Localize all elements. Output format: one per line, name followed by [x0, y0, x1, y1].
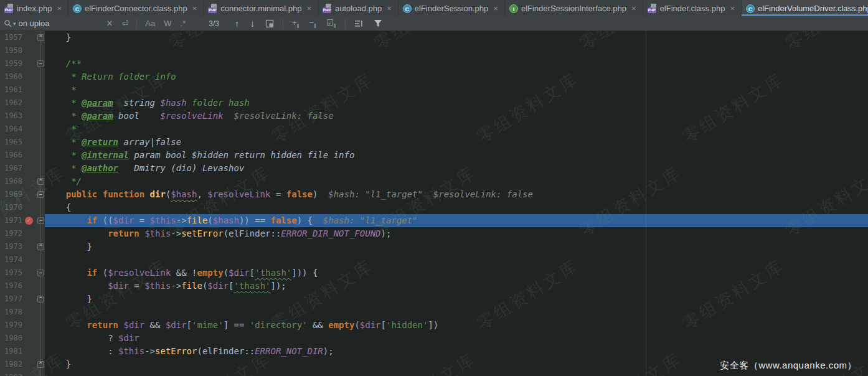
- code-line[interactable]: 1983: [0, 371, 868, 376]
- code-line[interactable]: 1981 : $this->setError(elFinder::ERROR_N…: [0, 345, 868, 358]
- code-editor[interactable]: 1957^ }19581959− /**1960 * Return folder…: [0, 31, 868, 376]
- breakpoint-icon[interactable]: ✓: [25, 217, 33, 225]
- tab-elFinderSessionInterface.php[interactable]: IelFinderSessionInterface.php×: [505, 0, 643, 16]
- fold-marker-icon[interactable]: ^: [37, 34, 44, 41]
- code-line[interactable]: 1962 * @param string $hash folder hash: [0, 96, 868, 110]
- search-input[interactable]: [19, 19, 101, 28]
- fold-marker-icon[interactable]: −: [37, 270, 44, 276]
- code-line[interactable]: 1957^ }: [0, 31, 868, 44]
- code-text[interactable]: $dir = $this->file($dir['thash']);: [45, 280, 868, 293]
- tab-connector.minimal.php[interactable]: PHPconnector.minimal.php×: [204, 0, 318, 16]
- fold-region-line: [40, 280, 41, 293]
- code-text[interactable]: ? $dir: [45, 332, 868, 345]
- code-line[interactable]: 1969− public function dir($hash, $resolv…: [0, 188, 868, 201]
- gutter: 1973^: [0, 240, 45, 253]
- tab-close-icon[interactable]: ×: [57, 4, 62, 12]
- code-text[interactable]: {: [45, 201, 868, 214]
- fold-marker-icon[interactable]: ^: [37, 243, 44, 250]
- tab-elFinder.class.php[interactable]: PHPelFinder.class.php×: [643, 0, 742, 16]
- code-text[interactable]: * @author Dmitry (dio) Levashov: [45, 162, 868, 175]
- tab-close-icon[interactable]: ×: [631, 4, 636, 12]
- tab-elFinderConnector.class.php[interactable]: CelFinderConnector.class.php×: [68, 0, 204, 16]
- code-line[interactable]: 1976 $dir = $this->file($dir['thash']);: [0, 280, 868, 293]
- code-line[interactable]: 1958: [0, 44, 868, 57]
- tab-close-icon[interactable]: ×: [387, 4, 392, 12]
- code-line[interactable]: 1972 return $this->setError(elFinder::ER…: [0, 227, 868, 240]
- code-line[interactable]: 1978: [0, 306, 868, 319]
- code-text[interactable]: /**: [45, 57, 868, 70]
- find-in-selection-icon[interactable]: [262, 19, 278, 28]
- code-text[interactable]: * @return array|false: [45, 136, 868, 149]
- remove-occurrence-button[interactable]: −Ⅱ: [305, 18, 320, 29]
- fold-marker-icon[interactable]: −: [37, 217, 44, 224]
- regex-toggle[interactable]: .*: [177, 19, 189, 28]
- code-text[interactable]: [45, 253, 868, 266]
- previous-match-button[interactable]: ↑: [230, 19, 243, 29]
- code-text[interactable]: * @internal param bool $hidden return hi…: [45, 149, 868, 162]
- code-text[interactable]: */: [45, 175, 868, 188]
- tab-elFinderVolumeDriver.class.php[interactable]: CelFinderVolumeDriver.class.php×: [742, 0, 868, 16]
- code-text[interactable]: *: [45, 83, 868, 96]
- code-text[interactable]: if (($dir = $this->file($hash)) == false…: [45, 214, 868, 227]
- code-line[interactable]: 1979 return $dir && $dir['mime'] == 'dir…: [0, 319, 868, 332]
- tab-autoload.php[interactable]: PHPautoload.php×: [318, 0, 399, 16]
- words-toggle[interactable]: W: [161, 19, 174, 28]
- code-line[interactable]: 1971✓− if (($dir = $this->file($hash)) =…: [0, 214, 868, 227]
- code-text[interactable]: [45, 306, 868, 319]
- code-line[interactable]: 1963 * @param bool $resolveLink $resolve…: [0, 110, 868, 123]
- code-text[interactable]: }: [45, 240, 868, 253]
- code-line[interactable]: 1968^ */: [0, 175, 868, 188]
- tab-close-icon[interactable]: ×: [306, 4, 311, 12]
- fold-marker-icon[interactable]: ^: [37, 361, 44, 368]
- code-line[interactable]: 1966 * @internal param bool $hidden retu…: [0, 149, 868, 162]
- tab-close-icon[interactable]: ×: [493, 4, 498, 12]
- code-text[interactable]: [45, 371, 868, 376]
- code-line[interactable]: 1961 *: [0, 83, 868, 96]
- code-line[interactable]: 1970 {: [0, 201, 868, 214]
- fold-marker-icon[interactable]: −: [37, 60, 44, 67]
- search-clear-icon[interactable]: ✕: [103, 19, 116, 28]
- search-newline-icon[interactable]: ⏎: [118, 19, 131, 28]
- code-text[interactable]: * Return folder info: [45, 70, 868, 83]
- code-line[interactable]: 1973^ }: [0, 240, 868, 253]
- code-text[interactable]: }: [45, 31, 868, 44]
- code-text[interactable]: return $this->setError(elFinder::ERROR_D…: [45, 227, 868, 240]
- next-match-button[interactable]: ↓: [246, 19, 259, 29]
- code-line[interactable]: 1975− if ($resolveLink && !empty($dir['t…: [0, 266, 868, 280]
- code-line[interactable]: 1960 * Return folder info: [0, 70, 868, 83]
- code-text[interactable]: if ($resolveLink && !empty($dir['thash']…: [45, 266, 868, 280]
- code-line[interactable]: 1964 *: [0, 123, 868, 136]
- fold-region-line: [40, 123, 41, 136]
- code-line[interactable]: 1967 * @author Dmitry (dio) Levashov: [0, 162, 868, 175]
- code-line[interactable]: 1977^ }: [0, 293, 868, 306]
- tab-elFinderSession.php[interactable]: CelFinderSession.php×: [399, 0, 505, 16]
- code-line[interactable]: 1965 * @return array|false: [0, 136, 868, 149]
- code-line[interactable]: 1980 ? $dir: [0, 332, 868, 345]
- code-text[interactable]: * @param string $hash folder hash: [45, 96, 868, 110]
- code-text[interactable]: return $dir && $dir['mime'] == 'director…: [45, 319, 868, 332]
- filter-icon[interactable]: [370, 19, 386, 27]
- search-options-icon[interactable]: [351, 19, 367, 27]
- fold-marker-icon[interactable]: ^: [37, 178, 44, 185]
- select-all-occurrences-button[interactable]: ☑Ⅱ: [323, 18, 340, 29]
- code-text[interactable]: }: [45, 293, 868, 306]
- code-text[interactable]: *: [45, 123, 868, 136]
- tab-close-icon[interactable]: ×: [192, 4, 197, 12]
- search-icon[interactable]: [4, 19, 12, 28]
- match-case-toggle[interactable]: Aa: [142, 19, 158, 28]
- add-occurrence-button[interactable]: +Ⅱ: [288, 18, 303, 29]
- line-number: 1961: [0, 83, 22, 96]
- code-text[interactable]: public function dir($hash, $resolveLink …: [45, 188, 868, 201]
- tab-index.php[interactable]: PHPindex.php×: [0, 0, 68, 16]
- search-dropdown-icon[interactable]: ▾: [13, 21, 16, 27]
- code-text[interactable]: * @param bool $resolveLink $resolveLink:…: [45, 110, 868, 123]
- tab-close-icon[interactable]: ×: [730, 4, 735, 12]
- code-text[interactable]: [45, 44, 868, 57]
- tab-label: elFinderSessionInterface.php: [521, 4, 626, 13]
- line-number: 1963: [0, 110, 22, 123]
- code-text[interactable]: : $this->setError(elFinder::ERROR_NOT_DI…: [45, 345, 868, 358]
- code-line[interactable]: 1959− /**: [0, 57, 868, 70]
- code-line[interactable]: 1974: [0, 253, 868, 266]
- fold-marker-icon[interactable]: −: [37, 191, 44, 198]
- fold-marker-icon[interactable]: ^: [37, 296, 44, 303]
